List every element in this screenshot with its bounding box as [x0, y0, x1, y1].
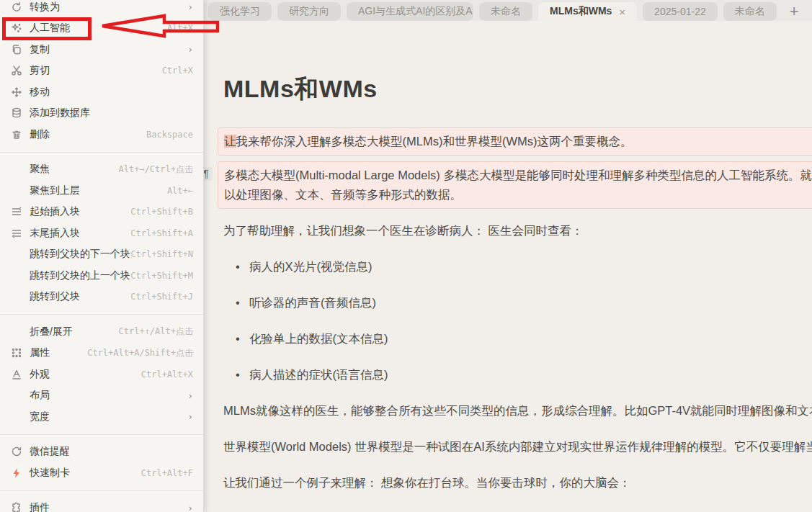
- new-tab-button[interactable]: +: [782, 2, 806, 21]
- tab-2025-01-22[interactable]: 2025-01-22: [643, 2, 718, 21]
- ai-sparkles-icon: [10, 22, 22, 35]
- number-marker: 1.: [223, 509, 249, 512]
- menu-item-insert-block-end[interactable]: 末尾插入块 Ctrl+Shift+A: [0, 223, 203, 244]
- editor-pane: 强化学习 研究方向 AGI与生成式AI的区别及A 未命名 MLMs和WMs × …: [204, 0, 812, 512]
- menu-item-cut[interactable]: 剪切 Ctrl+X: [0, 60, 203, 82]
- appearance-icon: [10, 368, 22, 380]
- wechat-reminder-icon: [10, 446, 22, 458]
- menu-item-move[interactable]: 移动: [0, 81, 203, 103]
- menu-item-layout[interactable]: 布局 ›: [0, 385, 203, 407]
- menu-item-quick-flashcard[interactable]: 快速制卡 Ctrl+Alt+F: [0, 462, 203, 484]
- plugin-icon: [10, 502, 22, 512]
- database-icon: [10, 107, 22, 120]
- numbered-item-1[interactable]: 1. 理解当前球的位置(当前状态): [223, 505, 812, 512]
- menu-item-copy[interactable]: 复制 ›: [0, 39, 203, 60]
- menu-item-convert[interactable]: 转换为 ›: [0, 0, 203, 18]
- tab-mlms-and-wms[interactable]: MLMs和WMs ×: [538, 2, 637, 21]
- menu-item-focus[interactable]: 聚焦 Alt+→/Ctrl+点击: [0, 159, 203, 181]
- block-context-menu: 转换为 › 人工智能 Alt+X 复制 › 剪切 Ctrl+X 移动 添加到数据…: [0, 0, 204, 512]
- bullet-item-stethoscope[interactable]: • 听诊器的声音(音频信息): [223, 289, 812, 317]
- bullet-item-xray[interactable]: • 病人的X光片(视觉信息): [223, 253, 812, 281]
- menu-item-attributes[interactable]: 属性 Ctrl+Alt+A/Shift+点击: [0, 343, 203, 364]
- tab-research-direction[interactable]: 研究方向: [277, 2, 341, 21]
- menu-item-delete[interactable]: 删除 Backspace: [0, 124, 203, 145]
- paragraph-block-intro[interactable]: 让我来帮你深入理解多模态大模型(MLMs)和世界模型(WMs)这两个重要概念。: [218, 127, 812, 156]
- menu-separator: [0, 314, 203, 315]
- tab-agi-vs-genai[interactable]: AGI与生成式AI的区别及A: [347, 2, 473, 21]
- trash-icon: [10, 128, 22, 140]
- menu-item-wechat-reminder[interactable]: 微信提醒: [0, 441, 203, 463]
- menu-item-plugins[interactable]: 插件 ›: [0, 498, 203, 512]
- menu-item-add-to-database[interactable]: 添加到数据库: [0, 103, 203, 125]
- document-body: MLMs和WMs 让我来帮你深入理解多模态大模型(MLMs)和世界模型(WMs)…: [204, 21, 812, 512]
- tab-bar: 强化学习 研究方向 AGI与生成式AI的区别及A 未命名 MLMs和WMs × …: [204, 0, 812, 21]
- paragraph-block-mlm-definition[interactable]: ¶ 多模态大模型(Multi-modal Large Models) 多模态大模…: [218, 161, 812, 209]
- menu-item-jump-parent-prev[interactable]: 跳转到父块的上一个块 Ctrl+Shift+M: [0, 265, 203, 287]
- paragraph-doctor-analogy[interactable]: 为了帮助理解，让我们想象一个医生在诊断病人： 医生会同时查看：: [223, 217, 812, 245]
- bullet-marker: •: [223, 329, 249, 349]
- menu-separator: [0, 490, 203, 491]
- cut-icon: [10, 65, 22, 77]
- insert-before-icon: [10, 206, 22, 218]
- menu-separator: [0, 434, 203, 435]
- menu-item-ai[interactable]: 人工智能 Alt+X: [0, 18, 203, 40]
- paragraph-gutter-icon[interactable]: ¶: [204, 167, 213, 181]
- tab-close-icon[interactable]: ×: [619, 6, 625, 18]
- tab-untitled-1[interactable]: 未命名: [479, 2, 532, 21]
- menu-item-fold-unfold[interactable]: 折叠/展开 Ctrl+↑/Alt+点击: [0, 321, 203, 343]
- copy-icon: [10, 43, 22, 55]
- menu-separator: [0, 152, 203, 153]
- menu-item-width[interactable]: 宽度 ›: [0, 406, 203, 428]
- paragraph-billiards-example[interactable]: 让我们通过一个例子来理解： 想象你在打台球。当你要击球时，你的大脑会：: [223, 469, 812, 497]
- lightning-icon: [10, 467, 22, 479]
- bullet-item-symptoms[interactable]: • 病人描述的症状(语言信息): [223, 361, 812, 389]
- text-selection: 让: [224, 135, 236, 148]
- bullet-marker: •: [223, 293, 249, 313]
- paragraph-mlm-summary[interactable]: MLMs就像这样的医生，能够整合所有这些不同类型的信息，形成综合理解。比如GPT…: [223, 397, 812, 425]
- bullet-item-labdata[interactable]: • 化验单上的数据(文本信息): [223, 325, 812, 353]
- tab-reinforcement-learning[interactable]: 强化学习: [208, 2, 272, 21]
- bullet-marker: •: [223, 365, 249, 385]
- tab-untitled-2[interactable]: 未命名: [723, 2, 777, 21]
- convert-icon: [10, 1, 22, 13]
- move-icon: [10, 86, 22, 98]
- menu-item-jump-parent-next[interactable]: 跳转到父块的下一个块 Ctrl+Shift+N: [0, 244, 203, 266]
- menu-item-insert-block-start[interactable]: 起始插入块 Ctrl+Shift+B: [0, 202, 203, 223]
- bullet-marker: •: [223, 257, 249, 277]
- insert-after-icon: [10, 227, 22, 239]
- page-title[interactable]: MLMs和WMs: [223, 73, 812, 106]
- attributes-icon: [10, 347, 22, 359]
- paragraph-wm-definition[interactable]: 世界模型(World Models) 世界模型是一种试图在AI系统内部建立对现实…: [223, 433, 812, 461]
- menu-item-focus-parent[interactable]: 聚焦到上层 Alt+←: [0, 180, 203, 202]
- menu-item-jump-parent[interactable]: 跳转到父块 Ctrl+Shift+J: [0, 287, 203, 308]
- menu-item-appearance[interactable]: 外观 Ctrl+Alt+X: [0, 364, 203, 385]
